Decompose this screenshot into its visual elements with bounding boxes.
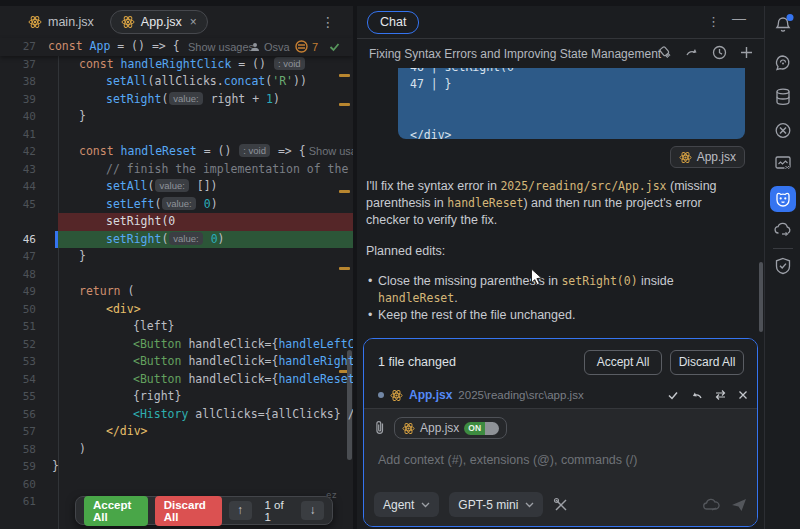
context-toggle[interactable]: ON	[464, 422, 499, 435]
react-icon	[679, 151, 692, 164]
send-icon[interactable]	[731, 498, 747, 512]
line-number: 53	[0, 353, 48, 371]
inspection-widget[interactable]: 7	[295, 38, 318, 56]
code-line[interactable]: 53<Button handleClick={handleRightCl	[0, 353, 353, 371]
context-file-chip[interactable]: App.jsx ON	[394, 417, 507, 439]
changed-file-name[interactable]: App.jsx	[409, 388, 452, 402]
restore-icon[interactable]	[685, 47, 700, 59]
warning-stripe-mark[interactable]	[339, 267, 350, 270]
planned-edits-label: Planned edits:	[366, 243, 742, 260]
code-line[interactable]: 41	[0, 126, 353, 144]
changed-file-row[interactable]: App.jsx 2025\reading\src\app.jsx	[378, 385, 748, 405]
code-line[interactable]: 48	[0, 266, 353, 284]
line-number	[0, 213, 48, 231]
code-line[interactable]: 57</div>	[0, 423, 353, 441]
chat-scrollbar[interactable]	[759, 262, 763, 332]
code-line[interactable]: 52<Button handleClick={handleLeftCli	[0, 336, 353, 354]
show-usages-hint[interactable]: Show usages	[188, 38, 254, 56]
modified-dot	[378, 392, 384, 398]
chat-header: Chat ⋮ —	[357, 6, 764, 39]
accept-all-changes-button[interactable]: Accept All	[584, 350, 662, 375]
toggle-knob	[485, 422, 499, 435]
tab-main-jsx[interactable]: main.jsx	[18, 11, 104, 33]
code-line[interactable]: 50<div>	[0, 301, 353, 319]
paperclip-icon[interactable]	[374, 420, 386, 436]
code-line[interactable]: 51{left}	[0, 318, 353, 336]
notifications-bell-icon[interactable]	[774, 16, 791, 34]
attached-file-chip[interactable]: App.jsx	[670, 146, 745, 168]
line-number: 51	[0, 318, 48, 336]
diff-view-icon[interactable]	[714, 389, 727, 401]
code-line[interactable]: 37const handleRightClick = () : void	[0, 56, 353, 74]
code-line[interactable]: 58)	[0, 441, 353, 459]
code-line[interactable]: 39setRight(value: right + 1)	[0, 91, 353, 109]
code-line[interactable]: 40}	[0, 108, 353, 126]
next-diff-button[interactable]: ↓	[301, 501, 324, 520]
code-line[interactable]: setRight(0	[0, 213, 353, 231]
app-window: main.jsx App.jsx × ⋮ 27 const App = () =…	[0, 0, 800, 529]
line-number: 47	[0, 248, 48, 266]
code-line[interactable]: 47}	[0, 248, 353, 266]
chat-tab[interactable]: Chat	[367, 11, 419, 34]
code-line[interactable]: 56<History allClicks={allClicks} />	[0, 406, 353, 424]
tab-app-jsx[interactable]: App.jsx ×	[110, 10, 208, 34]
line-number: 37	[0, 56, 48, 74]
code-line[interactable]: 54<Button handleClick={handleReset}	[0, 371, 353, 389]
line-number: 48	[0, 266, 48, 284]
editor-panel: main.jsx App.jsx × ⋮ 27 const App = () =…	[0, 6, 353, 529]
live-chat-icon[interactable]	[774, 54, 792, 71]
notification-dot	[786, 14, 793, 21]
code-line[interactable]: 60	[0, 476, 353, 494]
code-area[interactable]: 37const handleRightClick = () : void38se…	[0, 56, 353, 511]
code-line[interactable]: 49return (	[0, 283, 353, 301]
upload-cloud-icon[interactable]	[703, 498, 721, 511]
minimize-icon[interactable]: —	[732, 10, 746, 26]
discard-all-changes-button[interactable]: Discard All	[670, 350, 744, 375]
kebab-menu-icon[interactable]: ⋮	[707, 14, 720, 29]
tools-icon[interactable]	[553, 497, 569, 513]
code-line[interactable]: 42const handleReset = () : void => { Sho…	[0, 143, 353, 161]
warning-stripe-mark[interactable]	[339, 74, 350, 77]
conversation-title-row: Fixing Syntax Errors and Improving State…	[357, 40, 764, 68]
code-line[interactable]: 38setAll(allClicks.concat('R'))	[0, 73, 353, 91]
code-line[interactable]: 55{right}	[0, 388, 353, 406]
cloud-sync-icon[interactable]	[774, 222, 792, 236]
database-icon[interactable]	[775, 88, 791, 106]
author-hint[interactable]: Osva	[250, 38, 290, 56]
code-line[interactable]: 59}	[0, 458, 353, 476]
inline-code: 2025/reading/src/App.jsx	[500, 179, 666, 193]
x-wheel-icon[interactable]	[774, 122, 791, 139]
warning-stripe-mark[interactable]	[339, 103, 350, 106]
files-changed-summary: 1 file changed	[378, 355, 456, 369]
tab-label: App.jsx	[141, 15, 182, 29]
no-problems-check[interactable]	[328, 38, 341, 56]
ai-assistant-icon[interactable]	[770, 186, 796, 212]
sticky-code-line: 27 const App = () => { Show usages Osva …	[0, 38, 353, 56]
accept-file-icon[interactable]	[667, 389, 679, 401]
accept-all-button[interactable]: Accept All	[84, 496, 148, 526]
right-toolwindow-bar	[764, 6, 800, 529]
change-marker	[55, 231, 58, 249]
person-icon	[250, 42, 260, 52]
code-line[interactable]: 46setRight(value: 0)	[0, 231, 353, 249]
discard-all-button[interactable]: Discard All	[155, 496, 222, 526]
clean-context-icon[interactable]	[658, 45, 673, 60]
bubble-code-line	[410, 110, 733, 127]
prompt-input[interactable]: Add context (#), extensions (@), command…	[378, 453, 637, 467]
model-dropdown[interactable]: GPT-5 mini	[449, 492, 543, 517]
previous-diff-button[interactable]: ↑	[229, 501, 252, 520]
screenshot-code-icon[interactable]	[774, 155, 791, 171]
code-line[interactable]: 45setLeft(value: 0)	[0, 196, 353, 214]
code-line[interactable]: 44setAll(value: [])	[0, 178, 353, 196]
kebab-menu-icon[interactable]: ⋮	[321, 14, 335, 30]
shield-check-icon[interactable]	[775, 257, 791, 275]
chat-panel: Chat ⋮ — Fixing Syntax Errors and Improv…	[357, 6, 764, 529]
undo-file-icon[interactable]	[690, 390, 703, 401]
mode-dropdown[interactable]: Agent	[374, 492, 439, 517]
close-icon[interactable]	[738, 390, 748, 400]
close-icon[interactable]: ×	[190, 15, 197, 29]
warning-stripe-mark[interactable]	[339, 190, 350, 193]
code-line[interactable]: 43// finish the implementation of the re	[0, 161, 353, 179]
history-icon[interactable]	[712, 45, 727, 60]
new-chat-icon[interactable]	[739, 45, 754, 60]
